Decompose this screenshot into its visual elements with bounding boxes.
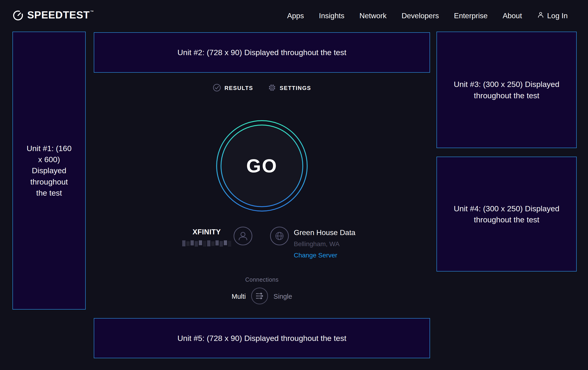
connections-multi-option[interactable]: Multi xyxy=(232,293,246,300)
check-circle-icon xyxy=(213,83,221,93)
ad-unit-3-text: Unit #3: (300 x 250) Displayed throughou… xyxy=(454,79,560,101)
ad-unit-4[interactable]: Unit #4: (300 x 250) Displayed throughou… xyxy=(437,157,577,271)
user-icon xyxy=(537,11,544,20)
nav-item-about[interactable]: About xyxy=(503,11,522,20)
globe-icon xyxy=(270,226,289,247)
ad-unit-1[interactable]: Unit #1: (160 x 600) Displayed throughou… xyxy=(12,32,86,310)
login-button[interactable]: Log In xyxy=(537,11,568,20)
ad-unit-3[interactable]: Unit #3: (300 x 250) Displayed throughou… xyxy=(437,32,577,148)
connections-row: Multi Single xyxy=(94,286,430,307)
speedometer-icon xyxy=(12,10,23,22)
speedtest-logo[interactable]: SPEEDTEST™ xyxy=(12,10,94,22)
connections-single-option[interactable]: Single xyxy=(273,293,292,300)
server-name: Green House Data xyxy=(294,228,356,237)
server-location: Bellingham, WA xyxy=(294,240,356,248)
change-server-link[interactable]: Change Server xyxy=(294,252,356,259)
tabs-bar: RESULTS SETTINGS xyxy=(94,83,430,94)
isp-user-icon xyxy=(233,226,253,247)
nav-item-enterprise[interactable]: Enterprise xyxy=(454,11,488,20)
connections-label: Connections xyxy=(94,276,430,283)
tab-results-label: RESULTS xyxy=(224,85,253,91)
nav-item-network[interactable]: Network xyxy=(359,11,386,20)
header: SPEEDTEST™ Apps Insights Network Develop… xyxy=(0,0,588,31)
nav-item-apps[interactable]: Apps xyxy=(287,11,304,20)
censored-ip xyxy=(182,240,232,247)
server-block: Green House Data Bellingham, WA Change S… xyxy=(294,228,356,259)
ad-unit-1-text: Unit #1: (160 x 600) Displayed throughou… xyxy=(25,143,74,198)
ad-unit-4-text: Unit #4: (300 x 250) Displayed throughou… xyxy=(454,203,560,225)
ad-unit-5[interactable]: Unit #5: (728 x 90) Displayed throughout… xyxy=(94,318,430,358)
tab-settings-label: SETTINGS xyxy=(280,85,311,91)
go-button[interactable]: GO xyxy=(215,119,309,212)
isp-name: XFINITY xyxy=(172,228,241,236)
main-nav: Apps Insights Network Developers Enterpr… xyxy=(287,11,568,20)
connections-toggle-icon[interactable] xyxy=(251,287,268,306)
logo-text: SPEEDTEST™ xyxy=(27,10,94,20)
trademark-symbol: ™ xyxy=(90,10,94,14)
tab-results[interactable]: RESULTS xyxy=(213,83,253,93)
speedtest-page: SPEEDTEST™ Apps Insights Network Develop… xyxy=(0,0,588,370)
go-label: GO xyxy=(215,119,309,212)
ad-unit-2[interactable]: Unit #2: (728 x 90) Displayed throughout… xyxy=(94,32,430,73)
ad-unit-5-text: Unit #5: (728 x 90) Displayed throughout… xyxy=(177,333,346,344)
gear-icon xyxy=(268,83,276,93)
nav-item-developers[interactable]: Developers xyxy=(402,11,439,20)
isp-block: XFINITY xyxy=(172,228,241,247)
nav-item-insights[interactable]: Insights xyxy=(319,11,344,20)
ad-unit-2-text: Unit #2: (728 x 90) Displayed throughout… xyxy=(177,47,346,58)
tab-settings[interactable]: SETTINGS xyxy=(268,83,311,93)
login-label: Log In xyxy=(547,11,568,20)
